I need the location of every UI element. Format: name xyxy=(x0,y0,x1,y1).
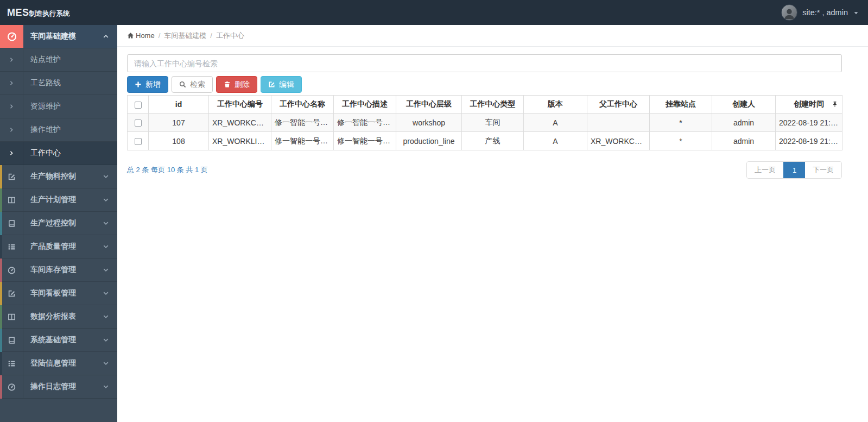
select-all-checkbox[interactable] xyxy=(135,102,142,109)
sidebar-item-资源维护[interactable]: 资源维护 xyxy=(0,95,117,118)
columns-icon xyxy=(8,313,16,321)
chevron-down-icon xyxy=(103,243,109,250)
dashboard-icon xyxy=(7,32,17,41)
sidebar-group-系统基础管理[interactable]: 系统基础管理 xyxy=(0,329,117,352)
sidebar-group-label: 生产过程控制 xyxy=(23,218,76,228)
top-navbar: MES制造执行系统 site:* , admin xyxy=(0,0,868,25)
sidebar-item-站点维护[interactable]: 站点维护 xyxy=(0,48,117,72)
pagination: 上一页 1 下一页 xyxy=(746,161,842,179)
sidebar-group-label: 数据分析报表 xyxy=(23,312,76,322)
search-icon xyxy=(179,81,186,88)
sidebar-group-icon-cell xyxy=(0,329,23,351)
sidebar-group-操作日志管理[interactable]: 操作日志管理 xyxy=(0,375,117,399)
breadcrumb-home[interactable]: Home xyxy=(127,32,155,40)
column-header-挂靠站点: 挂靠站点 xyxy=(650,96,712,114)
add-button-label: 新增 xyxy=(145,80,161,90)
search-input[interactable] xyxy=(127,54,842,72)
sidebar-group-label: 操作日志管理 xyxy=(23,382,76,392)
list-icon xyxy=(8,243,16,251)
user-menu[interactable]: site:* , admin xyxy=(781,4,859,21)
chevron-right-icon xyxy=(9,104,14,109)
next-page-button[interactable]: 下一页 xyxy=(805,162,841,178)
table-header-row: id工作中心编号工作中心名称工作中心描述工作中心层级工作中心类型版本父工作中心挂… xyxy=(128,96,842,114)
page-number-button[interactable]: 1 xyxy=(783,162,805,178)
sidebar-item-label: 工艺路线 xyxy=(23,78,61,88)
breadcrumb: Home / 车间基础建模 / 工作中心 xyxy=(117,25,868,47)
chevron-right-icon xyxy=(9,127,14,133)
sidebar-group-icon-cell xyxy=(0,25,23,48)
sidebar-group-车间库存管理[interactable]: 车间库存管理 xyxy=(0,259,117,282)
delete-button-label: 删除 xyxy=(235,80,250,90)
table-cell: * xyxy=(650,132,712,150)
chevron-down-icon xyxy=(103,313,109,320)
sidebar-group-登陆信息管理[interactable]: 登陆信息管理 xyxy=(0,352,117,375)
record-summary: 总 2 条 每页 10 条 共 1 页 xyxy=(127,165,208,175)
app-logo-rest: 制造执行系统 xyxy=(29,9,70,18)
sidebar-item-工作中心[interactable]: 工作中心 xyxy=(0,142,117,165)
breadcrumb-separator: / xyxy=(159,32,161,40)
row-checkbox[interactable] xyxy=(135,138,142,145)
sidebar-group-workshop-modeling[interactable]: 车间基础建模 xyxy=(0,25,117,48)
chevron-down-icon xyxy=(103,173,109,180)
sidebar-group-生产计划管理[interactable]: 生产计划管理 xyxy=(0,188,117,212)
home-icon xyxy=(127,32,134,39)
add-button[interactable]: 新增 xyxy=(127,76,168,93)
book-icon xyxy=(8,219,16,228)
pin-icon[interactable] xyxy=(832,101,838,108)
table-cell: 107 xyxy=(149,114,209,132)
prev-page-button[interactable]: 上一页 xyxy=(747,162,783,178)
sidebar-group-生产物料控制[interactable]: 生产物料控制 xyxy=(0,165,117,188)
sidebar-item-label: 工作中心 xyxy=(23,148,61,158)
row-select-cell xyxy=(128,132,149,150)
sidebar-group-车间看板管理[interactable]: 车间看板管理 xyxy=(0,282,117,305)
chevron-right-icon xyxy=(9,150,14,156)
edit-button[interactable]: 编辑 xyxy=(261,76,302,93)
sidebar-group-label: 产品质量管理 xyxy=(23,242,76,251)
sidebar-group-数据分析报表[interactable]: 数据分析报表 xyxy=(0,305,117,329)
sidebar-group-label: 生产物料控制 xyxy=(23,172,76,181)
sidebar-item-操作维护[interactable]: 操作维护 xyxy=(0,118,117,142)
sidebar-group-icon-cell xyxy=(0,212,23,235)
table-cell: 车间 xyxy=(462,114,524,132)
sidebar-subitem-icon-cell xyxy=(0,72,23,95)
sidebar-item-label: 操作维护 xyxy=(23,125,61,135)
delete-button[interactable]: 删除 xyxy=(216,76,257,93)
sidebar-item-工艺路线[interactable]: 工艺路线 xyxy=(0,72,117,95)
select-all-cell xyxy=(128,96,149,114)
sidebar-group-icon-cell xyxy=(0,235,23,258)
sidebar-item-label: 资源维护 xyxy=(23,102,61,111)
column-header-创建时间: 创建时间 xyxy=(776,96,842,114)
table-cell: 2022-08-19 21:1... xyxy=(776,114,842,132)
trash-icon xyxy=(224,81,231,88)
column-header-工作中心编号: 工作中心编号 xyxy=(209,96,271,114)
sidebar-group-icon-cell xyxy=(0,375,23,398)
search-button[interactable]: 检索 xyxy=(172,76,213,93)
sidebar-group-label: 车间看板管理 xyxy=(23,288,76,298)
table-cell: 产线 xyxy=(462,132,524,150)
main-content: Home / 车间基础建模 / 工作中心 新增 检索 删除 编辑 xyxy=(117,25,868,422)
chevron-down-icon xyxy=(103,337,109,343)
sidebar-group-icon-cell xyxy=(0,282,23,305)
list-icon xyxy=(8,360,16,368)
table-cell: workshop xyxy=(396,114,462,132)
table-cell: XR_WORKCEN... xyxy=(209,114,271,132)
table-footer: 总 2 条 每页 10 条 共 1 页 上一页 1 下一页 xyxy=(127,161,842,179)
table-cell: 修一智能一号车间 xyxy=(334,114,396,132)
dashboard-icon xyxy=(8,266,16,274)
chevron-down-icon xyxy=(103,197,109,203)
table-cell: 修一智能一号S... xyxy=(271,132,334,150)
sidebar-group-产品质量管理[interactable]: 产品质量管理 xyxy=(0,235,117,259)
sidebar-item-label: 站点维护 xyxy=(23,55,61,65)
column-header-创建人: 创建人 xyxy=(712,96,776,114)
sidebar-group-icon-cell xyxy=(0,305,23,328)
columns-icon xyxy=(8,196,16,204)
table-cell: 修一智能一号车间 xyxy=(271,114,334,132)
breadcrumb-item-module[interactable]: 车间基础建模 xyxy=(164,31,206,41)
chevron-down-icon xyxy=(103,360,109,367)
row-checkbox[interactable] xyxy=(135,119,142,127)
sidebar-group-生产过程控制[interactable]: 生产过程控制 xyxy=(0,212,117,235)
breadcrumb-separator: / xyxy=(210,32,212,40)
row-select-cell xyxy=(128,114,149,132)
chevron-right-icon xyxy=(9,57,14,62)
table-cell: A xyxy=(524,114,587,132)
